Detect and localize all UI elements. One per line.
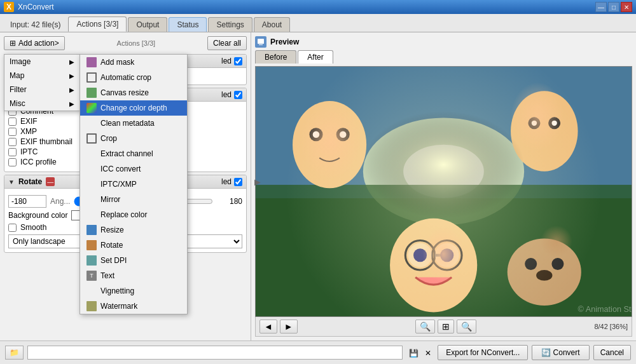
replace-color-icon	[86, 210, 97, 220]
save-path-button[interactable]: 💾	[406, 346, 421, 359]
crop-icon	[86, 133, 97, 144]
icc-convert-icon	[86, 164, 97, 174]
submenu-canvas-resize[interactable]: Canvas resize	[80, 85, 187, 100]
menu-filter[interactable]: Filter ▶	[4, 83, 80, 97]
preview-icon	[255, 36, 266, 48]
submenu-crop[interactable]: Crop	[80, 131, 187, 146]
automatic-enabled-checkbox[interactable]	[234, 57, 242, 65]
app-icon: X	[4, 2, 14, 12]
submenu-iptc-xmp[interactable]: IPTC/XMP	[80, 177, 187, 192]
menu-image[interactable]: Image ▶	[4, 55, 80, 69]
mirror-icon	[86, 194, 97, 205]
xmp-label: XMP	[20, 127, 37, 136]
tab-about[interactable]: About	[254, 17, 290, 32]
iptc-checkbox[interactable]	[8, 148, 17, 156]
resize-icon	[86, 225, 97, 235]
exif-thumbnail-checkbox[interactable]	[8, 138, 17, 146]
bottom-bar: 📁 💾 ✕ Export for NConvert... 🔄 Convert C…	[0, 340, 636, 364]
preview-tab-before[interactable]: Before	[255, 50, 296, 64]
rotate-value-input[interactable]	[8, 195, 46, 208]
submenu-arrow-icon-3: ▶	[69, 86, 74, 93]
section-controls: led	[221, 57, 242, 65]
preview-controls: ◄ ► 🔍 ⊞ 🔍 8/42 [36%]	[255, 317, 632, 337]
zoom-in-button[interactable]: 🔍	[415, 320, 435, 334]
tab-output[interactable]: Output	[128, 17, 167, 32]
submenu-resize[interactable]: Resize	[80, 222, 187, 238]
menu-map[interactable]: Map ▶	[4, 69, 80, 83]
clear-icon: ✕	[425, 349, 431, 358]
prev-image-button[interactable]: ◄	[259, 320, 277, 334]
app-title: XnConvert	[18, 3, 54, 11]
menu-misc[interactable]: Misc ▶	[4, 97, 80, 111]
actions-count-label: Actions [3/3]	[117, 39, 156, 47]
export-button[interactable]: Export for NConvert...	[438, 345, 528, 360]
tab-bar: Input: 42 file(s) Actions [3/3] Output S…	[0, 14, 636, 32]
submenu-arrow-icon-4: ▶	[69, 100, 74, 107]
clean-metadata-enabled-checkbox[interactable]	[234, 91, 242, 99]
smooth-checkbox[interactable]	[8, 224, 17, 232]
rotate-enabled-checkbox[interactable]	[234, 178, 242, 186]
mask-icon	[86, 57, 97, 67]
output-path-input[interactable]	[27, 346, 403, 360]
submenu-replace-color[interactable]: Replace color	[80, 207, 187, 222]
exif-thumbnail-label: EXIF thumbnail	[20, 137, 73, 146]
export-label: Export for NConvert...	[446, 348, 520, 357]
arrow-indicator: ►	[252, 177, 263, 188]
zoom-out-button[interactable]: 🔍	[457, 320, 476, 334]
clear-path-button[interactable]: ✕	[422, 346, 434, 359]
tab-actions[interactable]: Actions [3/3]	[68, 17, 127, 32]
submenu-mirror[interactable]: Mirror	[80, 192, 187, 207]
main-window: Input: 42 file(s) Actions [3/3] Output S…	[0, 14, 636, 364]
remove-rotate-button[interactable]: —	[46, 177, 55, 186]
folder-icon: 📁	[10, 348, 19, 357]
submenu-icc-convert[interactable]: ICC convert	[80, 161, 187, 177]
submenu-watermark[interactable]: Watermark	[80, 299, 187, 314]
convert-button[interactable]: 🔄 Convert	[532, 345, 589, 360]
submenu-set-dpi[interactable]: Set DPI	[80, 253, 187, 268]
preview-header: Preview	[255, 36, 632, 48]
color-depth-icon	[86, 103, 97, 113]
icc-profile-label: ICC profile	[20, 158, 57, 166]
submenu-vignetting[interactable]: Vignetting	[80, 283, 187, 299]
zoom-fit-button[interactable]: ⊞	[438, 320, 454, 334]
submenu-clean-metadata[interactable]: Clean metadata	[80, 116, 187, 131]
section-controls-3: led	[221, 177, 242, 186]
folder-button[interactable]: 📁	[5, 346, 24, 360]
rotate-title: Rotate	[18, 177, 42, 186]
preview-tab-after[interactable]: After	[298, 50, 333, 64]
submenu-auto-crop[interactable]: Automatic crop	[80, 70, 187, 85]
next-image-button[interactable]: ►	[280, 320, 298, 334]
add-action-button[interactable]: ⊞ Add action>	[4, 36, 65, 50]
minimize-button[interactable]: —	[595, 2, 607, 12]
smooth-label: Smooth	[20, 223, 46, 232]
tab-status[interactable]: Status	[169, 17, 207, 32]
close-button[interactable]: ✕	[621, 2, 632, 12]
image-overlay	[256, 67, 632, 316]
content-area: ⊞ Add action> Actions [3/3] Clear all ▼ …	[0, 32, 636, 340]
title-bar: X XnConvert — □ ✕	[0, 0, 636, 14]
xmp-checkbox[interactable]	[8, 128, 17, 136]
exif-checkbox[interactable]	[8, 118, 17, 126]
submenu-arrow-icon: ▶	[69, 58, 74, 65]
preview-label: Preview	[270, 37, 299, 46]
preview-image: © Animation Studios	[256, 67, 632, 316]
iptc-xmp-icon	[86, 179, 97, 189]
submenu-extract-channel[interactable]: Extract channel	[80, 146, 187, 161]
page-info-label: 8/42 [36%]	[594, 323, 628, 330]
submenu-text[interactable]: T Text	[80, 268, 187, 283]
submenu-change-color-depth[interactable]: Change color depth	[80, 100, 187, 116]
clean-meta-icon	[86, 118, 97, 128]
clear-all-button[interactable]: Clear all	[207, 36, 247, 50]
maximize-button[interactable]: □	[608, 2, 619, 12]
icc-profile-checkbox[interactable]	[8, 158, 17, 166]
image-submenu: Add mask Automatic crop Canvas resize Ch…	[80, 54, 188, 314]
submenu-rotate[interactable]: Rotate	[80, 238, 187, 253]
svg-rect-2	[259, 44, 263, 45]
cancel-button[interactable]: Cancel	[593, 345, 631, 360]
tab-settings[interactable]: Settings	[208, 17, 252, 32]
vignetting-icon	[86, 286, 97, 296]
bg-color-label: Background color	[8, 211, 67, 220]
iptc-label: IPTC	[20, 147, 38, 156]
input-tab[interactable]: Input: 42 file(s)	[4, 18, 67, 32]
submenu-add-mask[interactable]: Add mask	[80, 55, 187, 70]
